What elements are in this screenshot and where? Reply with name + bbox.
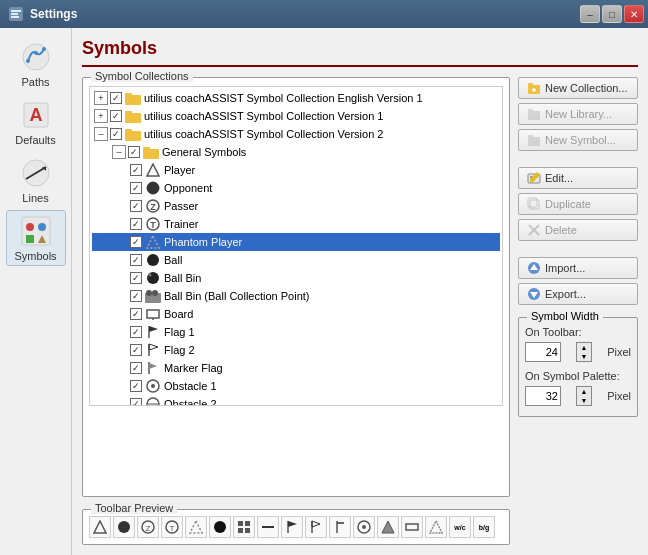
svg-point-38 <box>152 290 158 296</box>
on-palette-up-btn[interactable]: ▲ <box>577 387 591 396</box>
new-library-button[interactable]: New Library... <box>518 103 638 125</box>
tree-container[interactable]: + utilius coachASSIST Symbol Collection … <box>89 86 503 406</box>
sidebar-label-lines: Lines <box>22 192 48 204</box>
checkbox-player[interactable] <box>130 164 142 176</box>
toolbar-icon-obstacle1[interactable] <box>353 516 375 538</box>
sidebar-item-symbols[interactable]: Symbols <box>6 210 66 266</box>
toolbar-icon-passer[interactable]: Z <box>137 516 159 538</box>
tree-item[interactable]: Player <box>92 161 500 179</box>
svg-marker-26 <box>147 164 159 176</box>
on-palette-down-btn[interactable]: ▼ <box>577 396 591 405</box>
toolbar-icon-player[interactable] <box>89 516 111 538</box>
checkbox-col3[interactable] <box>110 128 122 140</box>
checkbox-board[interactable] <box>130 308 142 320</box>
on-palette-input[interactable] <box>525 386 561 406</box>
sidebar-item-lines[interactable]: Lines <box>6 152 66 208</box>
maximize-button[interactable]: □ <box>602 5 622 23</box>
svg-marker-42 <box>149 326 158 332</box>
toolbar-icon-ballbin[interactable] <box>233 516 255 538</box>
expander-col3[interactable]: – <box>94 127 108 141</box>
tree-label: Trainer <box>164 218 198 230</box>
folder-icon <box>125 92 141 105</box>
close-button[interactable]: ✕ <box>624 5 644 23</box>
symbol-icon-player <box>145 162 161 178</box>
checkbox-trainer[interactable] <box>130 218 142 230</box>
tree-item[interactable]: Ball Bin (Ball Collection Point) <box>92 287 500 305</box>
svg-rect-77 <box>406 524 418 530</box>
tree-item[interactable]: + utilius coachASSIST Symbol Collection … <box>92 89 500 107</box>
toolbar-icon-flag2[interactable] <box>305 516 327 538</box>
toolbar-icon-board[interactable] <box>257 516 279 538</box>
symbol-icon-ballbincoll <box>145 288 161 304</box>
tree-item[interactable]: – utilius coachASSIST Symbol Collection … <box>92 125 500 143</box>
tree-item-phantom[interactable]: Phantom Player <box>92 233 500 251</box>
svg-marker-69 <box>288 521 297 527</box>
svg-point-34 <box>147 272 159 284</box>
duplicate-button[interactable]: Duplicate <box>518 193 638 215</box>
tree-item[interactable]: Ball <box>92 251 500 269</box>
sidebar-item-paths[interactable]: Paths <box>6 36 66 92</box>
tree-item[interactable]: Flag 2 <box>92 341 500 359</box>
import-button[interactable]: Import... <box>518 257 638 279</box>
checkbox-ballbincoll[interactable] <box>130 290 142 302</box>
tree-item[interactable]: Board <box>92 305 500 323</box>
tree-item[interactable]: Marker Flag <box>92 359 500 377</box>
tree-item[interactable]: + utilius coachASSIST Symbol Collection … <box>92 107 500 125</box>
toolbar-icon-opponent[interactable] <box>113 516 135 538</box>
toolbar-icon-ball[interactable] <box>209 516 231 538</box>
tree-item[interactable]: – General Symbols <box>92 143 500 161</box>
symbol-icon-flag1 <box>145 324 161 340</box>
tree-item[interactable]: Ball Bin <box>92 269 500 287</box>
tree-item[interactable]: Z Passer <box>92 197 500 215</box>
checkbox-obstacle1[interactable] <box>130 380 142 392</box>
tree-item[interactable]: Obstacle 2 <box>92 395 500 406</box>
delete-button[interactable]: Delete <box>518 219 638 241</box>
expander-col2[interactable]: + <box>94 109 108 123</box>
svg-text:A: A <box>29 105 42 125</box>
sidebar-item-defaults[interactable]: A Defaults <box>6 94 66 150</box>
new-collection-button[interactable]: New Collection... <box>518 77 638 99</box>
toolbar-icon-flag1[interactable] <box>281 516 303 538</box>
new-symbol-button[interactable]: New Symbol... <box>518 129 638 151</box>
svg-marker-55 <box>94 521 106 533</box>
collections-group-title: Symbol Collections <box>91 70 193 82</box>
tree-item[interactable]: Flag 1 <box>92 323 500 341</box>
expander-col1[interactable]: + <box>94 91 108 105</box>
svg-rect-23 <box>125 129 132 132</box>
checkbox-obstacle2[interactable] <box>130 398 142 406</box>
svg-point-75 <box>362 525 366 529</box>
toolbar-icon-obstacle3d[interactable] <box>377 516 399 538</box>
toolbar-icon-trainer[interactable]: T <box>161 516 183 538</box>
checkbox-flag2[interactable] <box>130 344 142 356</box>
tree-label: Flag 1 <box>164 326 195 338</box>
tree-item[interactable]: T Trainer <box>92 215 500 233</box>
svg-rect-24 <box>143 149 159 159</box>
checkbox-col2[interactable] <box>110 110 122 122</box>
on-toolbar-down-btn[interactable]: ▼ <box>577 352 591 361</box>
edit-button[interactable]: Edit... <box>518 167 638 189</box>
checkbox-markerflag[interactable] <box>130 362 142 374</box>
toolbar-icon-bg[interactable]: b/g <box>473 516 495 538</box>
on-toolbar-input[interactable] <box>525 342 561 362</box>
main-layout: Symbol Collections + utilius coachASSIST… <box>82 77 638 545</box>
tree-item[interactable]: Opponent <box>92 179 500 197</box>
export-button[interactable]: Export... <box>518 283 638 305</box>
toolbar-icon-markerflag[interactable] <box>329 516 351 538</box>
checkbox-passer[interactable] <box>130 200 142 212</box>
checkbox-gen[interactable] <box>128 146 140 158</box>
checkbox-ballbin[interactable] <box>130 272 142 284</box>
toolbar-icon-phantom[interactable] <box>185 516 207 538</box>
expander-gen[interactable]: – <box>112 145 126 159</box>
toolbar-icon-wall[interactable] <box>425 516 447 538</box>
on-toolbar-row: On Toolbar: <box>525 326 631 338</box>
checkbox-ball[interactable] <box>130 254 142 266</box>
checkbox-col1[interactable] <box>110 92 122 104</box>
checkbox-flag1[interactable] <box>130 326 142 338</box>
checkbox-opponent[interactable] <box>130 182 142 194</box>
on-toolbar-up-btn[interactable]: ▲ <box>577 343 591 352</box>
checkbox-phantom[interactable] <box>130 236 142 248</box>
toolbar-icon-wc[interactable]: w/c <box>449 516 471 538</box>
toolbar-icon-goal[interactable] <box>401 516 423 538</box>
minimize-button[interactable]: – <box>580 5 600 23</box>
tree-item[interactable]: Obstacle 1 <box>92 377 500 395</box>
